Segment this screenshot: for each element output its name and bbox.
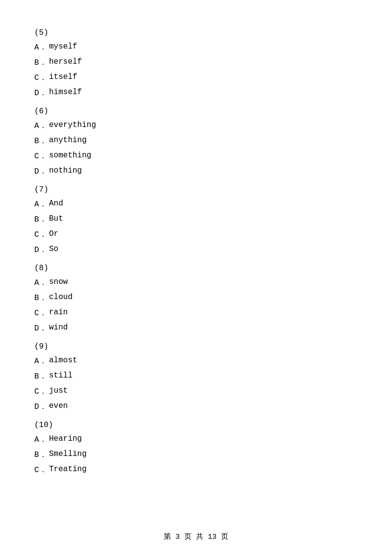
option-label-5-1: B． — [34, 57, 49, 68]
option-10-2: C．Treating — [34, 465, 358, 475]
option-text-10-1: Smelling — [49, 450, 87, 458]
option-text-8-1: cloud — [49, 293, 73, 302]
option-text-6-2: something — [49, 151, 91, 160]
option-5-1: B．herself — [34, 57, 358, 68]
question-number-5: (5) — [34, 28, 358, 37]
question-number-10: (10) — [34, 421, 358, 429]
option-label-8-0: A． — [34, 278, 49, 288]
option-8-2: C．rain — [34, 308, 358, 318]
option-label-5-0: A． — [34, 42, 49, 52]
question-number-9: (9) — [34, 342, 358, 351]
option-label-7-2: C． — [34, 229, 49, 240]
option-label-6-1: B． — [34, 136, 49, 146]
question-number-6: (6) — [34, 107, 358, 116]
option-text-8-2: rain — [49, 308, 68, 317]
option-6-0: A．everything — [34, 121, 358, 131]
option-text-8-3: wind — [49, 323, 68, 332]
option-label-6-2: C． — [34, 151, 49, 161]
option-label-10-1: B． — [34, 450, 49, 460]
option-text-10-0: Hearing — [49, 434, 82, 443]
option-7-2: C．Or — [34, 229, 358, 240]
option-text-8-0: snow — [49, 278, 68, 286]
option-9-0: A．almost — [34, 356, 358, 366]
option-8-3: D．wind — [34, 323, 358, 333]
option-text-10-2: Treating — [49, 465, 87, 474]
option-5-3: D．himself — [34, 88, 358, 98]
option-text-7-0: And — [49, 199, 63, 208]
option-label-7-3: D． — [34, 245, 49, 255]
option-label-7-0: A． — [34, 199, 49, 209]
option-5-0: A．myself — [34, 42, 358, 52]
option-text-7-1: But — [49, 214, 63, 223]
option-label-8-1: B． — [34, 293, 49, 303]
option-text-5-0: myself — [49, 42, 77, 51]
option-label-8-3: D． — [34, 323, 49, 333]
option-9-3: D．even — [34, 402, 358, 412]
option-label-5-2: C． — [34, 73, 49, 83]
page-footer: 第 3 页 共 13 页 — [0, 532, 392, 541]
option-7-0: A．And — [34, 199, 358, 209]
option-text-6-3: nothing — [49, 166, 82, 175]
option-7-3: D．So — [34, 245, 358, 255]
main-content: (5)A．myselfB．herselfC．itselfD．himself(6)… — [0, 0, 392, 509]
option-8-0: A．snow — [34, 278, 358, 288]
option-6-3: D．nothing — [34, 166, 358, 177]
option-text-9-3: even — [49, 402, 68, 410]
question-number-7: (7) — [34, 185, 358, 194]
option-label-9-1: B． — [34, 371, 49, 381]
option-6-1: B．anything — [34, 136, 358, 146]
option-label-6-0: A． — [34, 121, 49, 131]
option-text-5-1: herself — [49, 57, 82, 66]
option-label-9-0: A． — [34, 356, 49, 366]
option-text-9-2: just — [49, 386, 68, 395]
option-text-6-1: anything — [49, 136, 87, 145]
option-text-9-1: still — [49, 371, 73, 380]
option-10-0: A．Hearing — [34, 434, 358, 445]
option-text-7-3: So — [49, 245, 58, 253]
option-9-2: C．just — [34, 386, 358, 397]
option-label-10-0: A． — [34, 434, 49, 445]
option-text-7-2: Or — [49, 229, 58, 238]
option-text-9-0: almost — [49, 356, 77, 365]
option-8-1: B．cloud — [34, 293, 358, 303]
option-label-8-2: C． — [34, 308, 49, 318]
option-7-1: B．But — [34, 214, 358, 225]
option-text-6-0: everything — [49, 121, 96, 129]
option-label-10-2: C． — [34, 465, 49, 475]
option-6-2: C．something — [34, 151, 358, 161]
footer-text: 第 3 页 共 13 页 — [164, 533, 228, 541]
option-text-5-3: himself — [49, 88, 82, 97]
option-5-2: C．itself — [34, 73, 358, 83]
option-label-9-3: D． — [34, 402, 49, 412]
option-10-1: B．Smelling — [34, 450, 358, 460]
question-number-8: (8) — [34, 264, 358, 273]
option-text-5-2: itself — [49, 73, 77, 81]
option-9-1: B．still — [34, 371, 358, 381]
option-label-5-3: D． — [34, 88, 49, 98]
option-label-7-1: B． — [34, 214, 49, 225]
option-label-9-2: C． — [34, 386, 49, 397]
option-label-6-3: D． — [34, 166, 49, 177]
